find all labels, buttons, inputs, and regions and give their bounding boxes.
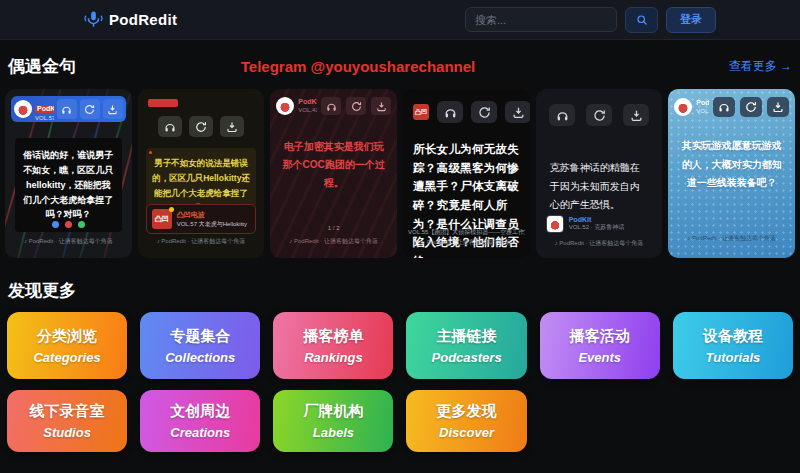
button-label-zh: 更多发现 <box>437 402 497 421</box>
button-label-zh: 播客活动 <box>570 327 630 346</box>
podcast-meta: PodKit VOL.41 · COC跑团 <box>298 98 317 114</box>
search-input[interactable] <box>465 7 617 32</box>
dot-red <box>65 221 72 228</box>
headphones-icon <box>61 104 72 115</box>
card-watermark: ♪ PodRedit · 让播客触达每个角落 <box>536 239 663 248</box>
card1-player-bar: PodKit VOL.57 · 金句片段 <box>11 96 126 122</box>
card6-actions <box>713 97 789 117</box>
download-button[interactable] <box>103 99 123 119</box>
podcast-avatar: 凸凹 <box>152 209 172 229</box>
quote-card-1[interactable]: PodKit VOL.57 · 金句片段 俗话说的好，谁说男子不如女，瞧，区区几… <box>5 89 132 258</box>
app-logo[interactable]: PodRedit <box>84 10 177 29</box>
refresh-button[interactable] <box>189 116 213 137</box>
app-header: PodRedit 登录 <box>0 0 800 40</box>
download-button[interactable] <box>623 104 649 126</box>
quote-card-4[interactable]: 凸凹 凸凹电波 所长女儿为何无故失踪？高级黑客为何惨遭黑手？尸体支离破碎？究竟是… <box>403 89 530 258</box>
discover-button-discover[interactable]: 更多发现 Discover <box>406 390 526 452</box>
listen-button[interactable] <box>158 116 182 137</box>
avatar-text: 凸凹 <box>155 214 169 224</box>
podcast-meta: PodKit VOL.33 · 金句 <box>696 99 709 115</box>
corner-dot-red <box>149 151 152 154</box>
telegram-promo: Telegram @youyousharechannel <box>241 58 475 75</box>
headphones-icon <box>718 101 730 113</box>
refresh-button[interactable] <box>471 101 497 123</box>
button-label-en: Collections <box>165 350 235 365</box>
discover-button-collections[interactable]: 专题集合 Collections <box>140 312 260 379</box>
discover-button-creations[interactable]: 文创周边 Creations <box>140 390 260 452</box>
discover-section-title: 发现更多 <box>8 279 76 302</box>
button-label-en: Podcasters <box>432 350 502 365</box>
refresh-button[interactable] <box>346 97 366 115</box>
refresh-icon <box>593 109 606 122</box>
podcast-box[interactable]: PodKit VOL.52 · 克苏鲁神话 <box>546 215 625 233</box>
card-watermark: ♪ PodRedit · 让播客触达每个角落 <box>138 237 265 246</box>
listen-button[interactable] <box>549 104 575 126</box>
dot-green <box>78 221 85 228</box>
quote-card-6[interactable]: PodKit VOL.33 · 金句 其实玩游戏愿意玩游戏的人，大概对实力都知道… <box>668 89 795 258</box>
quote-card-5[interactable]: 克苏鲁神话的精髓在于因为未知而发自内心的产生恐惧。 PodKit VOL.52 … <box>536 89 663 258</box>
card6-header: PodKit VOL.33 · 金句 <box>674 97 789 117</box>
card-watermark: ♪ PodRedit · 让播客触达每个角落 <box>270 237 397 246</box>
button-label-zh: 专题集合 <box>170 327 230 346</box>
discover-button-labels[interactable]: 厂牌机构 Labels <box>273 390 393 452</box>
badge-dot <box>169 207 174 212</box>
download-icon <box>512 106 525 119</box>
button-label-en: Tutorials <box>706 350 761 365</box>
button-label-en: Creations <box>170 425 230 440</box>
quote-cards-row: PodKit VOL.57 · 金句片段 俗话说的好，谁说男子不如女，瞧，区区几… <box>0 89 800 258</box>
podcast-meta: 凸凹电波 VOL.57 大老虎与Hellokitty <box>177 210 247 229</box>
quote-card-2[interactable]: 男子不如女的说法是错误的，区区几只Hellokitty还能把几个大老虎给拿捏了吗… <box>138 89 265 258</box>
download-icon <box>772 101 784 113</box>
podcast-name: PodKit <box>569 216 625 223</box>
quotes-section-bar: 偶遇金句 Telegram @youyousharechannel 查看更多 → <box>0 40 800 89</box>
discover-button-rankings[interactable]: 播客榜单 Rankings <box>273 312 393 379</box>
download-button[interactable] <box>505 101 530 123</box>
podcast-avatar <box>276 97 294 115</box>
download-button[interactable] <box>767 97 789 117</box>
discover-button-studios[interactable]: 线下录音室 Studios <box>7 390 127 452</box>
refresh-icon <box>351 101 362 112</box>
headphones-icon <box>556 109 569 122</box>
podcast-name: PodKit <box>696 99 709 107</box>
discover-button-events[interactable]: 播客活动 Events <box>540 312 660 379</box>
podcast-box[interactable]: 凸凹 凸凹电波 VOL.57 大老虎与Hellokitty <box>146 204 257 234</box>
download-icon <box>376 101 387 112</box>
listen-button[interactable] <box>437 101 463 123</box>
discover-button-podcasters[interactable]: 主播链接 Podcasters <box>406 312 526 379</box>
button-label-zh: 分类浏览 <box>37 327 97 346</box>
discover-button-tutorials[interactable]: 设备教程 Tutorials <box>673 312 793 379</box>
refresh-button[interactable] <box>740 97 762 117</box>
download-button[interactable] <box>220 116 244 137</box>
button-label-en: Studios <box>43 425 91 440</box>
quote-card-3[interactable]: PodKit VOL.41 · COC跑团 电子加密其实是我们玩那个COC跑团的… <box>270 89 397 258</box>
podcast-avatar <box>546 215 564 233</box>
search-button[interactable] <box>625 7 658 33</box>
mic-waves-icon <box>84 10 103 29</box>
refresh-button[interactable] <box>586 104 612 126</box>
button-label-zh: 主播链接 <box>437 327 497 346</box>
card-watermark: ♪ PodRedit · 让播客触达每个角落 <box>5 237 132 246</box>
discover-button-categories[interactable]: 分类浏览 Categories <box>7 312 127 379</box>
podcast-meta: PodKit VOL.52 · 克苏鲁神话 <box>569 216 625 232</box>
button-label-zh: 设备教程 <box>703 327 763 346</box>
card4-header: 凸凹 凸凹电波 <box>413 101 522 123</box>
search-icon <box>636 14 648 26</box>
login-button[interactable]: 登录 <box>666 7 716 33</box>
view-more-link[interactable]: 查看更多 → <box>517 58 792 75</box>
podcast-avatar <box>14 100 32 118</box>
listen-button[interactable] <box>321 97 341 115</box>
episode-label: VOL.33 · 金句 <box>696 108 709 115</box>
button-label-en: Rankings <box>304 350 363 365</box>
refresh-button[interactable] <box>80 99 100 119</box>
listen-button[interactable] <box>713 97 735 117</box>
pagination: 1 / 2 <box>270 225 397 231</box>
discover-grid: 分类浏览 Categories 专题集合 Collections 播客榜单 Ra… <box>7 312 793 452</box>
refresh-icon <box>195 121 207 133</box>
podcast-avatar <box>674 98 692 116</box>
episode-label: VOL.57 · 金句片段 <box>35 115 54 122</box>
card3-header: PodKit VOL.41 · COC跑团 <box>276 97 391 115</box>
download-button[interactable] <box>371 97 391 115</box>
listen-button[interactable] <box>57 99 77 119</box>
card2-actions <box>138 116 265 137</box>
podcast-avatar: 凸凹 <box>413 104 429 120</box>
